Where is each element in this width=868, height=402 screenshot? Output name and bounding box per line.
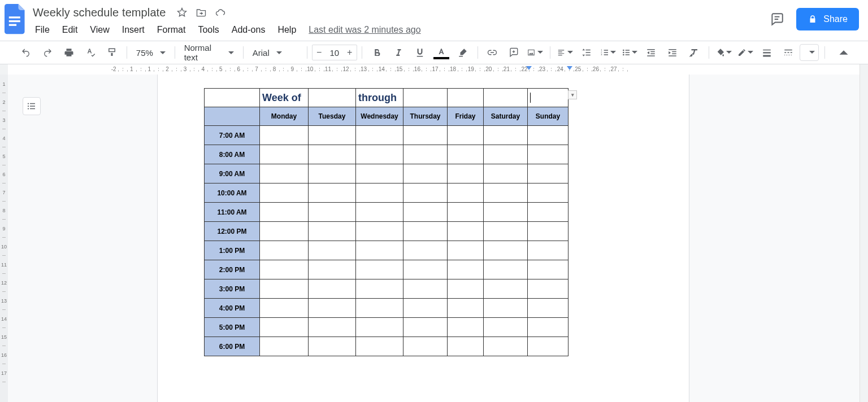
table-cell[interactable] bbox=[528, 222, 568, 241]
undo-button[interactable] bbox=[16, 45, 36, 60]
menu-file[interactable]: File bbox=[29, 23, 55, 37]
last-edit-link[interactable]: Last edit was 2 minutes ago bbox=[303, 23, 426, 37]
table-cell[interactable] bbox=[309, 337, 356, 356]
underline-button[interactable] bbox=[410, 45, 430, 60]
canvas[interactable]: Week of through ▾ Monday Tuesday Wednesd bbox=[8, 75, 860, 402]
table-cell[interactable] bbox=[403, 89, 448, 107]
table-cell[interactable] bbox=[484, 145, 528, 164]
hide-menus-button[interactable] bbox=[835, 45, 852, 60]
table-cell[interactable] bbox=[528, 241, 568, 260]
horizontal-ruler[interactable]: -211234567891011121314151617181920212223… bbox=[8, 64, 860, 75]
table-cell[interactable] bbox=[484, 89, 528, 107]
table-cell[interactable] bbox=[356, 337, 403, 356]
table-cell[interactable] bbox=[528, 279, 568, 299]
page[interactable]: Week of through ▾ Monday Tuesday Wednesd bbox=[157, 75, 689, 402]
table-cell[interactable] bbox=[260, 164, 309, 183]
table-cell[interactable] bbox=[448, 145, 484, 164]
day-header[interactable]: Thursday bbox=[403, 107, 448, 126]
table-cell[interactable] bbox=[484, 260, 528, 279]
first-line-indent-marker[interactable] bbox=[526, 66, 532, 70]
day-header[interactable]: Tuesday bbox=[309, 107, 356, 126]
day-header[interactable]: Wednesday bbox=[356, 107, 403, 126]
menu-edit[interactable]: Edit bbox=[57, 23, 84, 37]
table-row[interactable]: 5:00 PM bbox=[205, 318, 568, 337]
table-cell[interactable] bbox=[403, 318, 448, 337]
outline-toggle-button[interactable] bbox=[23, 97, 41, 115]
table-cell[interactable] bbox=[260, 203, 309, 222]
paragraph-style-combo[interactable]: Normal text bbox=[180, 45, 238, 60]
table-row[interactable]: 8:00 AM bbox=[205, 145, 568, 164]
through-cell[interactable]: through bbox=[356, 89, 403, 107]
hour-label[interactable]: 7:00 AM bbox=[205, 126, 260, 145]
font-size-value[interactable]: 10 bbox=[326, 48, 343, 58]
docs-home-button[interactable] bbox=[5, 5, 27, 34]
table-row[interactable]: Monday Tuesday Wednesday Thursday Friday… bbox=[205, 107, 568, 126]
bold-button[interactable] bbox=[367, 45, 387, 60]
font-size-increase[interactable]: + bbox=[343, 47, 357, 58]
table-cell[interactable]: ▾ bbox=[528, 89, 568, 107]
increase-indent-button[interactable] bbox=[662, 45, 683, 60]
bulleted-list-button[interactable] bbox=[619, 45, 640, 60]
move-button[interactable] bbox=[194, 6, 208, 19]
table-cell[interactable] bbox=[528, 164, 568, 183]
table-cell[interactable] bbox=[260, 222, 309, 241]
table-cell[interactable] bbox=[356, 260, 403, 279]
table-cell[interactable] bbox=[484, 222, 528, 241]
table-row[interactable]: 2:00 PM bbox=[205, 260, 568, 279]
table-cell[interactable] bbox=[309, 164, 356, 183]
table-cell[interactable] bbox=[448, 164, 484, 183]
table-cell[interactable] bbox=[403, 145, 448, 164]
hour-label[interactable]: 10:00 AM bbox=[205, 183, 260, 203]
table-cell[interactable] bbox=[403, 126, 448, 145]
border-color-button[interactable] bbox=[735, 45, 756, 60]
table-cell[interactable] bbox=[403, 183, 448, 203]
table-cell[interactable] bbox=[448, 222, 484, 241]
table-cell[interactable] bbox=[356, 222, 403, 241]
table-cell[interactable] bbox=[260, 145, 309, 164]
hour-label[interactable]: 4:00 PM bbox=[205, 299, 260, 318]
menu-help[interactable]: Help bbox=[272, 23, 302, 37]
table-cell[interactable] bbox=[260, 318, 309, 337]
doc-title[interactable]: Weekly schedule template bbox=[29, 5, 170, 20]
table-cell[interactable] bbox=[309, 299, 356, 318]
table-cell[interactable] bbox=[448, 337, 484, 356]
table-options-button[interactable]: ▾ bbox=[568, 90, 577, 99]
table-cell[interactable] bbox=[309, 89, 356, 107]
table-cell[interactable] bbox=[260, 337, 309, 356]
table-cell[interactable] bbox=[205, 107, 260, 126]
zoom-combo[interactable]: 75% bbox=[132, 45, 170, 60]
highlight-color-button[interactable] bbox=[453, 45, 473, 60]
menu-insert[interactable]: Insert bbox=[116, 23, 150, 37]
table-cell[interactable] bbox=[260, 183, 309, 203]
checklist-button[interactable]: 123 bbox=[598, 45, 618, 60]
table-cell[interactable] bbox=[448, 126, 484, 145]
day-header[interactable]: Monday bbox=[260, 107, 309, 126]
paint-format-button[interactable] bbox=[102, 45, 122, 60]
table-cell[interactable] bbox=[448, 299, 484, 318]
week-of-cell[interactable]: Week of bbox=[260, 89, 309, 107]
vertical-scrollbar[interactable] bbox=[860, 64, 868, 402]
clear-formatting-button[interactable] bbox=[684, 45, 704, 60]
menu-tools[interactable]: Tools bbox=[192, 23, 224, 37]
cell-fill-button[interactable] bbox=[714, 45, 734, 60]
table-cell[interactable] bbox=[356, 318, 403, 337]
border-dash-button[interactable] bbox=[778, 45, 798, 60]
table-cell[interactable] bbox=[528, 203, 568, 222]
table-cell[interactable] bbox=[356, 145, 403, 164]
table-cell[interactable] bbox=[448, 241, 484, 260]
hour-label[interactable]: 8:00 AM bbox=[205, 145, 260, 164]
table-cell[interactable] bbox=[403, 203, 448, 222]
right-indent-marker[interactable] bbox=[567, 66, 572, 70]
table-row[interactable]: 7:00 AM bbox=[205, 126, 568, 145]
table-cell[interactable] bbox=[403, 337, 448, 356]
menu-format[interactable]: Format bbox=[151, 23, 192, 37]
insert-image-button[interactable] bbox=[525, 45, 545, 60]
italic-button[interactable] bbox=[388, 45, 409, 60]
table-cell[interactable] bbox=[484, 126, 528, 145]
day-header[interactable]: Sunday bbox=[528, 107, 568, 126]
font-family-combo[interactable]: Arial bbox=[248, 45, 302, 60]
table-cell[interactable] bbox=[260, 126, 309, 145]
hour-label[interactable]: 9:00 AM bbox=[205, 164, 260, 183]
table-cell[interactable] bbox=[484, 279, 528, 299]
insert-comment-button[interactable] bbox=[504, 45, 524, 60]
